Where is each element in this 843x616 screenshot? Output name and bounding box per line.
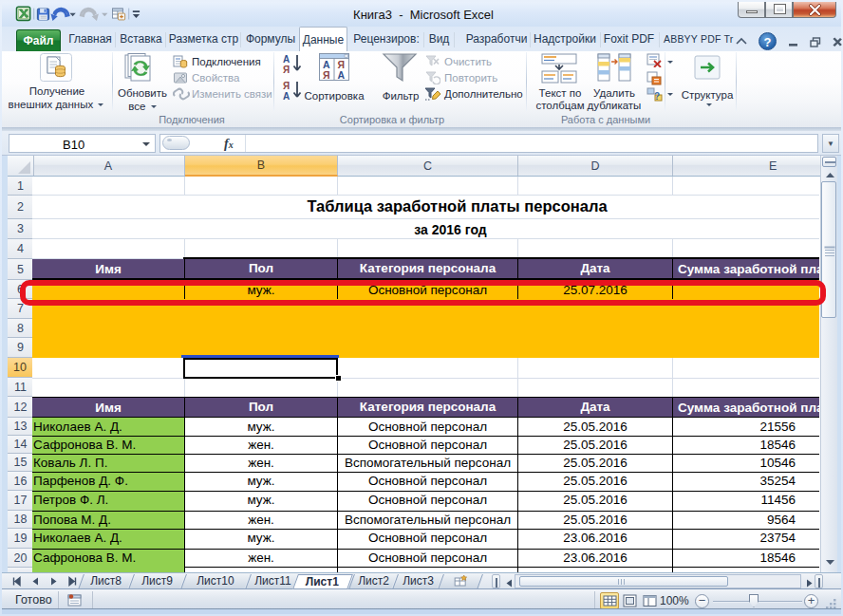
svg-text:А: А — [338, 69, 346, 81]
svg-text:А: А — [283, 54, 290, 65]
svg-text:Я: Я — [283, 81, 290, 91]
svg-text:?: ? — [654, 91, 660, 102]
svg-text:Я: Я — [323, 69, 330, 81]
svg-text:А: А — [283, 91, 290, 102]
svg-text:Я: Я — [283, 65, 290, 75]
